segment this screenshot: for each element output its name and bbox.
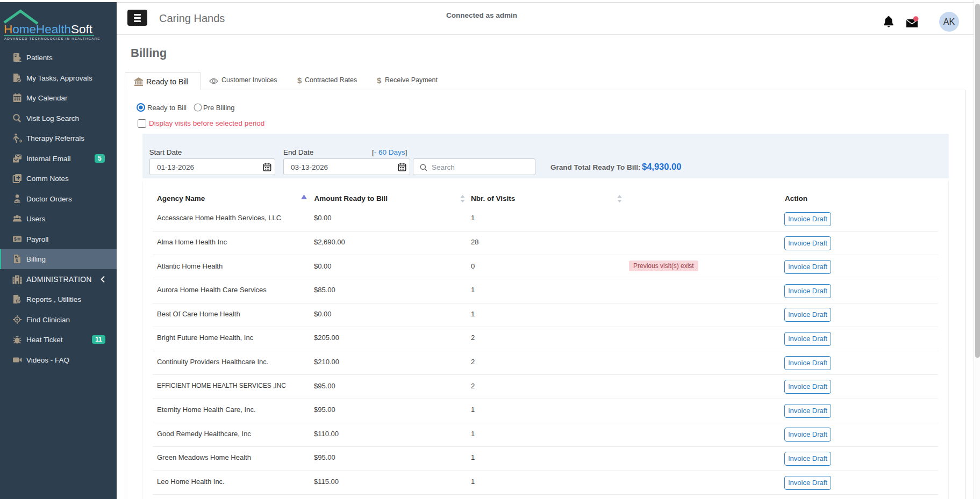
svg-text:ADVANCED TECHNOLOGIES IN HEALT: ADVANCED TECHNOLOGIES IN HEALTHCARE xyxy=(4,37,101,40)
svg-text:$: $ xyxy=(14,236,17,242)
svg-text:HomeHealthSoft: HomeHealthSoft xyxy=(4,23,93,36)
svg-text:$: $ xyxy=(16,258,18,263)
svg-text:?: ? xyxy=(18,299,20,304)
